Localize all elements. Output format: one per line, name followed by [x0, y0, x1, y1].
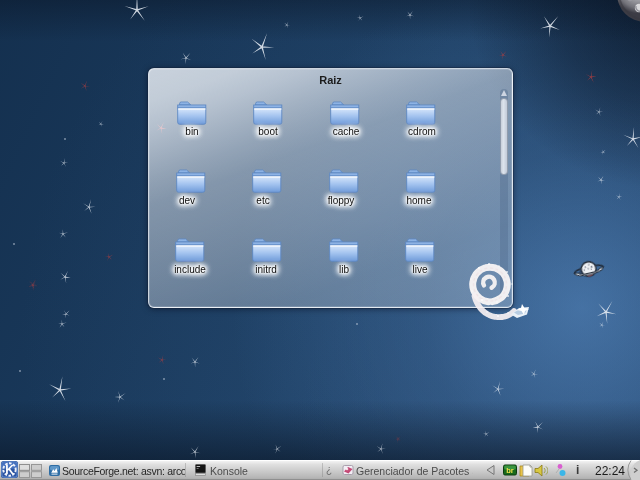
svg-text:br: br — [506, 466, 514, 475]
svg-text:K: K — [5, 463, 14, 477]
